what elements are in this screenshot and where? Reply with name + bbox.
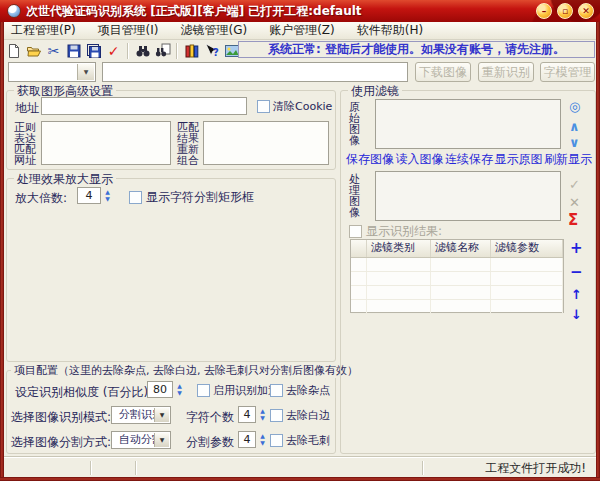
accel-checkbox[interactable] [197,384,210,397]
open-folder-icon [26,43,42,59]
spin-down-icon[interactable]: ▼ [174,390,185,396]
save-button[interactable] [64,41,83,60]
accel-option[interactable]: 启用识别加速 [197,383,279,398]
cut-button[interactable]: ✂ [44,41,63,60]
group-title: 使用滤镜 [348,83,402,100]
similarity-value[interactable]: 80 [147,381,173,398]
table-row[interactable] [351,258,563,272]
header-filter-params[interactable]: 滤镜参数 [491,240,563,257]
binoculars-page-icon [155,43,171,59]
spin-down-icon[interactable]: ▼ [257,440,268,446]
zoom-factor-value[interactable]: 4 [77,187,101,204]
add-filter-icon[interactable]: + [570,239,583,257]
statistics-button[interactable] [182,41,201,60]
captcha-url-input[interactable] [102,62,408,82]
sigma-icon[interactable]: Σ [568,211,578,229]
menu-project-mgmt[interactable]: 工程管理(P) [0,22,87,39]
processed-image-label: 处 理 图 像 [349,174,360,218]
close-button[interactable]: ✕ [578,3,594,19]
recombine-textarea[interactable] [203,121,329,165]
maximize-button[interactable]: ▫ [557,3,573,19]
show-split-rect-checkbox[interactable] [129,191,142,204]
window-border-bottom [0,477,600,481]
remove-filter-icon[interactable]: − [570,263,583,281]
toolbar-separator [127,43,129,59]
status-message: 工程文件打开成功! [485,460,586,477]
regex-url-textarea[interactable] [41,121,171,165]
show-original-link[interactable]: 显示原图 [495,151,543,168]
similarity-stepper[interactable]: ▲ ▼ [174,381,185,398]
find-in-page-button[interactable] [153,41,172,60]
open-project-button[interactable] [24,41,43,60]
menu-help[interactable]: 软件帮助(H) [346,22,434,39]
new-file-button[interactable] [4,41,23,60]
splitparam-value[interactable]: 4 [238,431,256,448]
original-image-box [375,99,561,149]
whiteedge-option[interactable]: 去除白边 [270,408,330,423]
status-divider [422,461,424,475]
whiteedge-checkbox[interactable] [270,409,283,422]
help-pointer-icon: ? [204,43,220,59]
processed-image-box [375,171,561,221]
burr-option[interactable]: 去除毛刺 [270,433,330,448]
cancel-cross-icon[interactable]: ✕ [569,195,580,210]
show-split-rect-option[interactable]: 显示字符分割矩形框 [129,189,254,206]
font-template-button[interactable]: 字模管理 [540,62,595,82]
context-help-button[interactable]: ? [202,41,221,60]
title-bar[interactable]: 次世代验证码识别系统 [正式版][客户端] 已打开工程:default – ▫ … [0,0,600,22]
burr-checkbox[interactable] [270,434,283,447]
charcount-stepper[interactable]: ▲ ▼ [257,406,268,423]
header-filter-category[interactable]: 滤镜类别 [367,240,431,257]
filter-table[interactable]: 滤镜类别 滤镜名称 滤镜参数 [350,239,564,313]
refresh-display-link[interactable]: 刷新显示 [544,151,592,168]
menu-filter-mgmt[interactable]: 滤镜管理(G) [170,22,259,39]
clear-cookie-checkbox[interactable] [257,100,270,113]
project-combobox[interactable]: ▼ [8,62,96,82]
status-bar: 工程文件打开成功! [0,457,600,477]
save-all-icon [86,43,102,59]
table-row[interactable] [351,286,563,300]
table-row[interactable] [351,300,563,314]
spin-down-icon[interactable]: ▼ [257,415,268,421]
chevron-down-icon[interactable]: ▼ [77,64,94,80]
chevron-down-icon[interactable]: ▼ [154,433,169,447]
denoise-option[interactable]: 去除杂点 [270,383,330,398]
clear-cookie-label: 清除Cookie [273,99,332,114]
app-icon [7,4,21,18]
split-dropdown[interactable]: 自动分割 ▼ [111,431,171,449]
spin-down-icon[interactable]: ▼ [102,196,113,202]
filter-table-header: 滤镜类别 滤镜名称 滤镜参数 [351,240,563,258]
save-all-button[interactable] [84,41,103,60]
address-input[interactable] [41,97,247,115]
minimize-button[interactable]: – [536,3,552,19]
menu-item-mgmt[interactable]: 项目管理(I) [87,22,170,39]
continuous-save-link[interactable]: 连续保存 [445,151,493,168]
books-icon [184,43,200,59]
find-button[interactable] [133,41,152,60]
move-up-icon[interactable]: ↑ [571,287,582,302]
denoise-checkbox[interactable] [270,384,283,397]
chevron-up-icon[interactable]: ∧ [569,119,580,134]
similarity-label: 设定识别相似度 (百分比): [15,384,152,401]
mode-dropdown[interactable]: 分割识别 ▼ [111,406,171,424]
apply-check-icon[interactable]: ✓ [569,177,580,192]
chevron-down-icon[interactable]: ▼ [154,408,169,422]
chevron-down-icon[interactable]: ∨ [569,135,580,150]
header-filter-name[interactable]: 滤镜名称 [431,240,491,257]
table-row[interactable] [351,272,563,286]
confirm-button[interactable]: ✓ [104,41,123,60]
charcount-value[interactable]: 4 [238,406,256,423]
clear-cookie-option[interactable]: 清除Cookie [257,99,332,114]
download-image-button[interactable]: 下载图像 [415,62,471,82]
save-image-link[interactable]: 保存图像 [346,151,394,168]
app-window: 次世代验证码识别系统 [正式版][客户端] 已打开工程:default – ▫ … [0,0,600,481]
menu-account-mgmt[interactable]: 账户管理(Z) [258,22,346,39]
target-icon[interactable]: ◎ [569,99,580,114]
splitparam-stepper[interactable]: ▲ ▼ [257,431,268,448]
load-image-link[interactable]: 读入图像 [396,151,444,168]
move-down-icon[interactable]: ↓ [571,307,582,322]
show-result-checkbox [349,225,362,238]
zoom-factor-stepper[interactable]: ▲ ▼ [102,187,113,204]
rerecognize-button[interactable]: 重新识别 [478,62,534,82]
denoise-label: 去除杂点 [286,383,330,398]
